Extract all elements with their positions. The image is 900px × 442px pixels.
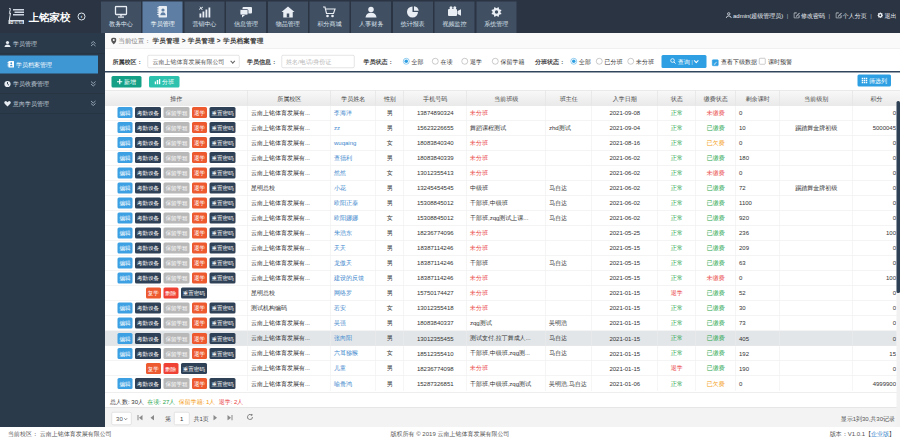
svg-text:上铭精品: 上铭精品 — [8, 20, 24, 25]
